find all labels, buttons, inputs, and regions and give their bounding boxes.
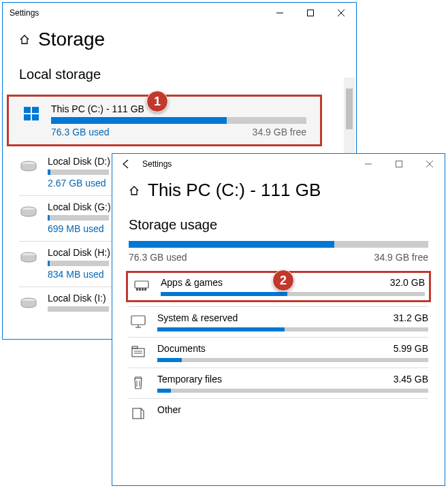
section-title: Local storage <box>3 57 356 91</box>
section-title: Storage usage <box>112 208 445 241</box>
callout-1: 1 <box>146 91 168 112</box>
svg-rect-21 <box>131 316 145 325</box>
drive-name: This PC (C:) - 111 GB <box>51 103 306 114</box>
used-label: 699 MB used <box>48 223 104 234</box>
page-title: Storage <box>38 29 105 50</box>
category-row[interactable]: Documents5.99 GB <box>112 338 445 368</box>
svg-rect-6 <box>24 114 31 120</box>
page-title: This PC (C:) - 111 GB <box>148 180 321 201</box>
svg-rect-1 <box>307 10 313 16</box>
category-size: 32.0 GB <box>390 277 425 288</box>
page-header: Storage <box>3 23 356 57</box>
category-size: 5.99 GB <box>394 343 428 354</box>
minimize-button[interactable] <box>353 154 383 174</box>
documents-icon <box>129 344 148 359</box>
maximize-button[interactable] <box>295 3 325 23</box>
used-label: 2.67 GB used <box>48 178 106 189</box>
svg-rect-16 <box>135 281 148 288</box>
category-name: Documents <box>157 343 206 354</box>
titlebar: Settings <box>3 3 356 23</box>
used-label: 76.3 GB used <box>51 127 110 137</box>
home-icon[interactable] <box>129 185 140 196</box>
window-title: Settings <box>10 8 39 18</box>
usage-bar <box>48 215 109 221</box>
disk-icon <box>19 159 38 175</box>
svg-rect-19 <box>142 288 144 291</box>
titlebar: Settings <box>112 154 445 174</box>
usage-bar <box>48 261 109 266</box>
other-icon <box>129 406 148 421</box>
svg-rect-4 <box>24 107 31 113</box>
free-label: 34.9 GB free <box>374 252 428 263</box>
window-this-pc: Settings This PC (C:) - 111 GB Storage u… <box>112 153 445 486</box>
category-name: Apps & games <box>161 277 223 288</box>
close-button[interactable] <box>325 3 356 23</box>
home-icon[interactable] <box>19 34 30 45</box>
category-name: Temporary files <box>157 374 222 385</box>
category-name: System & reserved <box>157 312 238 323</box>
back-button[interactable] <box>115 154 137 174</box>
usage-bar <box>51 117 306 124</box>
svg-rect-17 <box>136 288 138 291</box>
minimize-button[interactable] <box>264 3 295 23</box>
svg-rect-25 <box>132 346 138 348</box>
callout-2: 2 <box>272 270 294 291</box>
used-label: 834 MB used <box>48 269 104 280</box>
svg-rect-7 <box>32 114 39 120</box>
svg-rect-5 <box>32 107 39 113</box>
system-icon <box>129 314 148 329</box>
category-size: 3.45 GB <box>394 374 428 385</box>
window-title: Settings <box>142 159 172 169</box>
category-row[interactable]: System & reserved31.2 GB <box>112 307 445 337</box>
category-row[interactable]: Temporary files3.45 GB <box>112 368 445 398</box>
svg-rect-24 <box>132 348 144 357</box>
disk-icon <box>19 295 38 312</box>
maximize-button[interactable] <box>383 154 414 174</box>
usage-bar <box>48 306 109 312</box>
close-button[interactable] <box>414 154 445 174</box>
disk-icon <box>19 204 38 221</box>
free-label: 34.9 GB free <box>253 127 306 137</box>
disk-icon <box>19 250 38 266</box>
trash-icon <box>129 375 148 390</box>
usage-bar <box>48 169 109 175</box>
total-usage-bar <box>129 241 428 248</box>
svg-rect-18 <box>139 288 141 291</box>
category-row[interactable]: Other <box>112 399 445 426</box>
svg-rect-30 <box>133 408 141 419</box>
windows-drive-icon <box>22 106 42 123</box>
svg-rect-13 <box>396 161 402 167</box>
svg-rect-20 <box>144 288 146 291</box>
page-header: This PC (C:) - 111 GB <box>112 174 445 208</box>
apps-icon <box>132 278 151 293</box>
used-label: 76.3 GB used <box>129 252 187 263</box>
category-size: 31.2 GB <box>394 312 428 323</box>
category-name: Other <box>157 404 181 415</box>
